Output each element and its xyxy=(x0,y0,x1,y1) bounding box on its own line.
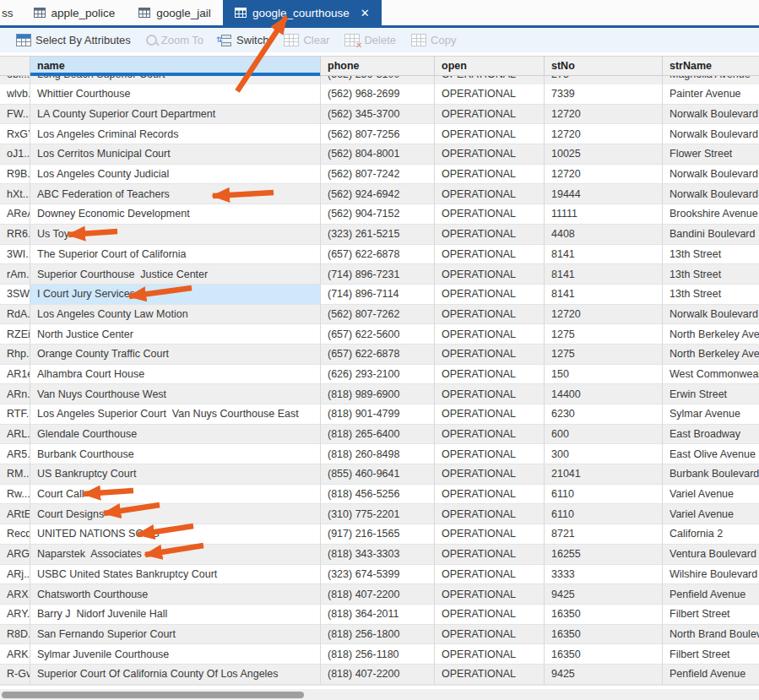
cell-stNo[interactable]: 9425 xyxy=(545,584,663,605)
table-row[interactable]: 3SW... I Court Jury Services (714) 896-7… xyxy=(0,285,759,305)
cell-id[interactable]: oJ1... xyxy=(0,144,30,165)
cell-name[interactable]: Los Angeles County Law Motion xyxy=(30,305,321,325)
table-row[interactable]: RdA... Los Angeles County Law Motion (56… xyxy=(0,305,759,325)
table-row[interactable]: Recd... UNITED NATIONS SONG (917) 216-15… xyxy=(0,524,759,545)
cell-id[interactable]: 3SW... xyxy=(0,285,30,305)
table-row[interactable]: AReA... Downey Economic Development (562… xyxy=(0,204,759,225)
cell-id[interactable]: R-Gv... xyxy=(0,665,30,685)
cell-name[interactable]: UNITED NATIONS SONG xyxy=(30,524,321,545)
cell-stNo[interactable]: 14400 xyxy=(545,384,663,404)
cell-phone[interactable]: (562) 924-6942 xyxy=(321,184,435,204)
cell-strName[interactable]: East Olive Avenue xyxy=(663,444,759,464)
table-row[interactable]: ARj... USBC United States Bankruptcy Cou… xyxy=(0,565,759,585)
tab-google-jail[interactable]: google_jail xyxy=(127,0,223,25)
cell-phone[interactable]: (818) 256-1180 xyxy=(321,644,435,665)
cell-stNo[interactable]: 8721 xyxy=(545,524,663,545)
cell-phone[interactable]: (818) 407-2200 xyxy=(321,584,435,605)
table-row[interactable]: ARn... Van Nuys Courthouse West (818) 98… xyxy=(0,384,759,404)
column-header-id[interactable] xyxy=(0,57,30,76)
cell-strName[interactable]: Magnolia Avenue xyxy=(663,76,759,84)
cell-strName[interactable]: Filbert Street xyxy=(663,605,759,625)
table-row[interactable]: AR5... Burbank Courthouse (818) 260-8498… xyxy=(0,444,759,464)
column-header-name[interactable]: name xyxy=(30,57,321,76)
cell-stNo[interactable]: 275 xyxy=(545,76,663,84)
table-row[interactable]: FW... LA County Superior Court Departmen… xyxy=(0,105,759,125)
table-row[interactable]: ARY... Barry J Nidorf Juvenile Hall (818… xyxy=(0,605,759,625)
cell-phone[interactable]: (657) 622-6878 xyxy=(321,345,435,365)
cell-open[interactable]: OPERATIONAL xyxy=(435,105,545,125)
cell-id[interactable]: ARX... xyxy=(0,584,30,605)
cell-name[interactable]: I Court Jury Services xyxy=(30,285,321,305)
cell-id[interactable]: RdA... xyxy=(0,305,30,325)
cell-open[interactable]: OPERATIONAL xyxy=(435,225,545,245)
cell-strName[interactable]: Filbert Street xyxy=(663,644,759,665)
cell-stNo[interactable]: 300 xyxy=(545,444,663,464)
cell-stNo[interactable]: 6110 xyxy=(545,504,663,524)
cell-strName[interactable]: 13th Street xyxy=(663,245,759,265)
cell-id[interactable]: Recd... xyxy=(0,524,30,545)
cell-strName[interactable]: Ventura Boulevard xyxy=(663,545,759,565)
cell-name[interactable]: US Bankruptcy Court xyxy=(30,464,321,485)
cell-phone[interactable]: (562) 256-3100 xyxy=(321,76,435,84)
table-row[interactable]: ARL... Glendale Courthouse (818) 265-640… xyxy=(0,425,759,445)
cell-name[interactable]: The Superior Court of California xyxy=(30,245,321,265)
cell-name[interactable]: Sylmar Juvenile Courthouse xyxy=(30,644,321,665)
cell-id[interactable]: Rhp... xyxy=(0,345,30,365)
cell-name[interactable]: Superior Courthouse Justice Center xyxy=(30,264,321,285)
table-row[interactable]: RM... US Bankruptcy Court (855) 460-9641… xyxy=(0,464,759,485)
cell-strName[interactable]: Painter Avenue xyxy=(663,84,759,105)
cell-stNo[interactable]: 8141 xyxy=(545,264,663,285)
cell-stNo[interactable]: 6230 xyxy=(545,404,663,425)
cell-name[interactable]: Orange County Traffic Court xyxy=(30,345,321,365)
cell-phone[interactable]: (562) 807-7262 xyxy=(321,305,435,325)
cell-strName[interactable]: North Brand Boulevard xyxy=(663,625,759,645)
cell-id[interactable]: AR1e... xyxy=(0,365,30,385)
cell-strName[interactable]: Penfield Avenue xyxy=(663,665,759,685)
cell-name[interactable]: Los Angeles Superior Court Van Nuys Cour… xyxy=(30,404,321,425)
cell-name[interactable]: Los Angeles Criminal Records xyxy=(30,124,321,144)
table-row[interactable]: Rhp... Orange County Traffic Court (657)… xyxy=(0,345,759,365)
cell-name[interactable]: LA County Superior Court Department xyxy=(30,105,321,125)
cell-id[interactable]: hXt... xyxy=(0,184,30,204)
cell-stNo[interactable]: 16350 xyxy=(545,644,663,665)
cell-name[interactable]: Van Nuys Courthouse West xyxy=(30,384,321,404)
cell-id[interactable]: AReA... xyxy=(0,204,30,225)
cell-id[interactable]: ARtE... xyxy=(0,504,30,524)
horizontal-scrollbar-thumb[interactable] xyxy=(2,692,304,698)
cell-id[interactable]: ARY... xyxy=(0,605,30,625)
cell-stNo[interactable]: 7339 xyxy=(545,84,663,105)
cell-stNo[interactable]: 16255 xyxy=(545,545,663,565)
column-header-strName[interactable]: strName xyxy=(663,57,759,76)
cell-name[interactable]: Naparstek Associates xyxy=(30,545,321,565)
cell-strName[interactable]: Norwalk Boulevard xyxy=(663,165,759,185)
cell-phone[interactable]: (818) 265-6400 xyxy=(321,425,435,445)
cell-stNo[interactable]: 16350 xyxy=(545,605,663,625)
cell-id[interactable]: ARL... xyxy=(0,425,30,445)
cell-strName[interactable]: Brookshire Avenue xyxy=(663,204,759,225)
table-row[interactable]: RTF... Los Angeles Superior Court Van Nu… xyxy=(0,404,759,425)
cell-name[interactable]: San Fernando Superior Court xyxy=(30,625,321,645)
cell-open[interactable]: OPERATIONAL xyxy=(435,384,545,404)
cell-stNo[interactable]: 11111 xyxy=(545,204,663,225)
cell-open[interactable]: OPERATIONAL xyxy=(435,124,545,144)
column-header-phone[interactable]: phone xyxy=(321,57,435,76)
cell-id[interactable]: R8D... xyxy=(0,625,30,645)
cell-open[interactable]: OPERATIONAL xyxy=(435,625,545,645)
horizontal-scrollbar[interactable] xyxy=(0,689,759,700)
cell-strName[interactable]: North Berkeley Avenue xyxy=(663,345,759,365)
cell-stNo[interactable]: 600 xyxy=(545,425,663,445)
partial-toolbar-icon[interactable] xyxy=(0,34,8,47)
cell-strName[interactable]: Erwin Street xyxy=(663,384,759,404)
cell-phone[interactable]: (714) 896-7114 xyxy=(321,285,435,305)
cell-open[interactable]: OPERATIONAL xyxy=(435,264,545,285)
cell-id[interactable]: Rw... xyxy=(0,485,30,505)
cell-phone[interactable]: (323) 674-5399 xyxy=(321,565,435,585)
cell-name[interactable]: Burbank Courthouse xyxy=(30,444,321,464)
cell-stNo[interactable]: 10025 xyxy=(545,144,663,165)
cell-stNo[interactable]: 12720 xyxy=(545,105,663,125)
table-row[interactable]: R-Gv... Superior Court Of California Cou… xyxy=(0,665,759,685)
cell-stNo[interactable]: 4408 xyxy=(545,225,663,245)
table-row[interactable]: rAm... Superior Courthouse Justice Cente… xyxy=(0,264,759,285)
table-row[interactable]: hXt... ABC Federation of Teachers (562) … xyxy=(0,184,759,204)
cell-open[interactable]: OPERATIONAL xyxy=(435,444,545,464)
